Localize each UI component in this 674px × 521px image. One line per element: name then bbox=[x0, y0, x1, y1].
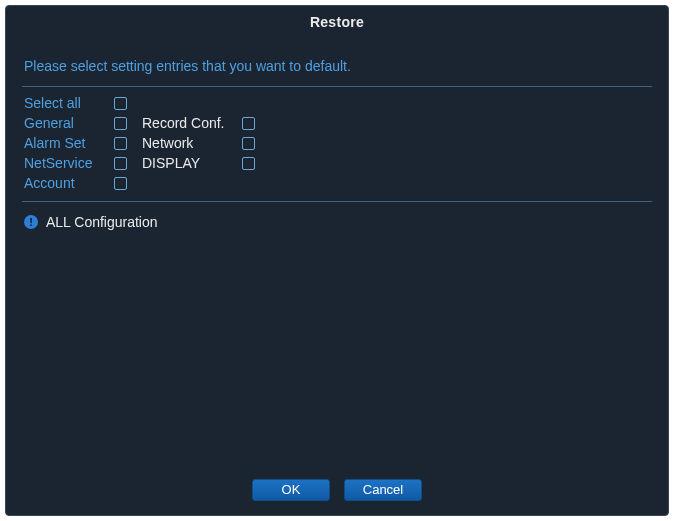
checkbox-display[interactable] bbox=[242, 157, 255, 170]
checkbox-record-conf[interactable] bbox=[242, 117, 255, 130]
divider bbox=[22, 86, 652, 87]
label-select-all: Select all bbox=[24, 93, 114, 113]
label-general: General bbox=[24, 113, 114, 133]
dialog-footer: OK Cancel bbox=[6, 479, 668, 501]
dialog-title: Restore bbox=[6, 6, 668, 38]
checkbox-select-all[interactable] bbox=[114, 97, 127, 110]
label-display: DISPLAY bbox=[142, 153, 242, 173]
label-record-conf: Record Conf. bbox=[142, 113, 242, 133]
checkbox-general[interactable] bbox=[114, 117, 127, 130]
info-icon bbox=[24, 215, 38, 229]
label-netservice: NetService bbox=[24, 153, 114, 173]
label-alarm-set: Alarm Set bbox=[24, 133, 114, 153]
restore-dialog: Restore Please select setting entries th… bbox=[5, 5, 669, 516]
cancel-button[interactable]: Cancel bbox=[344, 479, 422, 501]
ok-button[interactable]: OK bbox=[252, 479, 330, 501]
instruction-text: Please select setting entries that you w… bbox=[22, 46, 652, 84]
checkbox-network[interactable] bbox=[242, 137, 255, 150]
checkbox-alarm-set[interactable] bbox=[114, 137, 127, 150]
checkbox-netservice[interactable] bbox=[114, 157, 127, 170]
info-row: ALL Configuration bbox=[22, 208, 652, 230]
options-grid: Select all General Record Conf. Alarm Se… bbox=[22, 93, 652, 193]
dialog-content: Please select setting entries that you w… bbox=[6, 38, 668, 230]
checkbox-account[interactable] bbox=[114, 177, 127, 190]
label-account: Account bbox=[24, 173, 114, 193]
divider bbox=[22, 201, 652, 202]
label-network: Network bbox=[142, 133, 242, 153]
info-text: ALL Configuration bbox=[46, 214, 158, 230]
